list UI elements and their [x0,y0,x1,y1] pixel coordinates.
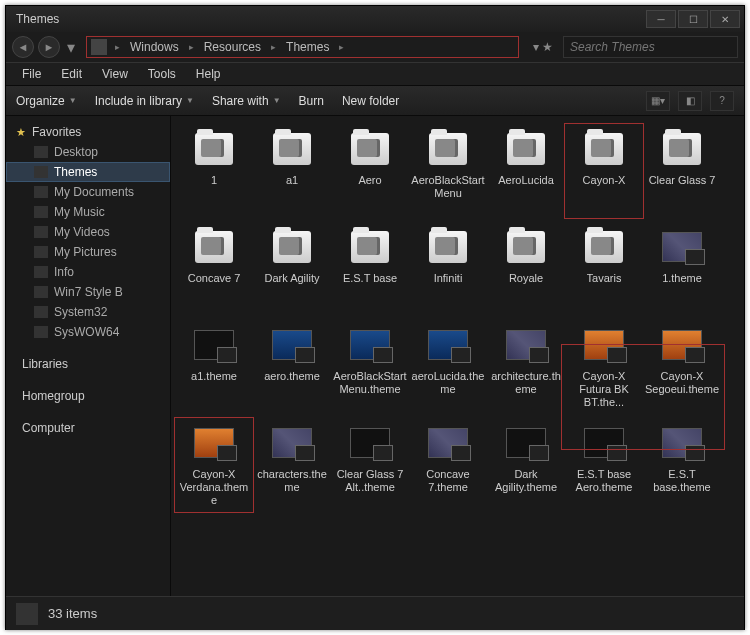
file-label: Dark Agility.theme [489,468,563,494]
sidebar-item-desktop[interactable]: Desktop [6,142,170,162]
file-item[interactable]: E.S.T base [331,222,409,316]
include-library-button[interactable]: Include in library▼ [95,94,194,108]
sidebar-favorites[interactable]: ★Favorites [6,122,170,142]
file-item[interactable]: Tavaris [565,222,643,316]
crumb-windows[interactable]: Windows [124,40,185,54]
file-label: Cayon-X Verdana.theme [177,468,251,507]
sidebar-item-pictures[interactable]: My Pictures [6,242,170,262]
folder-icon [34,186,48,198]
file-item[interactable]: a1 [253,124,331,218]
sidebar-item-themes[interactable]: Themes [6,162,170,182]
file-item[interactable]: AeroBlackStartMenu [409,124,487,218]
file-label: E.S.T base [343,272,397,285]
crumb-resources[interactable]: Resources [198,40,267,54]
file-label: 1 [211,174,217,187]
sidebar-item-syswow64[interactable]: SysWOW64 [6,322,170,342]
file-item[interactable]: Clear Glass 7 [643,124,721,218]
history-dropdown[interactable]: ▾ [64,37,78,57]
back-button[interactable]: ◄ [12,36,34,58]
organize-button[interactable]: Organize▼ [16,94,77,108]
sidebar-libraries[interactable]: Libraries [6,354,170,374]
file-label: Cayon-X Segoeui.theme [645,370,719,396]
share-button[interactable]: Share with▼ [212,94,281,108]
file-item[interactable]: architecture.theme [487,320,565,414]
file-item[interactable]: 1.theme [643,222,721,316]
close-button[interactable]: ✕ [710,10,740,28]
theme-file-icon [271,324,313,366]
theme-file-icon [661,226,703,268]
menu-help[interactable]: Help [186,67,231,81]
maximize-button[interactable]: ☐ [678,10,708,28]
file-item[interactable]: E.S.T base.theme [643,418,721,512]
file-item[interactable]: Dark Agility [253,222,331,316]
file-item[interactable]: AeroBlackStartMenu.theme [331,320,409,414]
sidebar-item-documents[interactable]: My Documents [6,182,170,202]
menu-view[interactable]: View [92,67,138,81]
file-item[interactable]: Royale [487,222,565,316]
file-item[interactable]: aeroLucida.theme [409,320,487,414]
folder-icon [34,306,48,318]
new-folder-button[interactable]: New folder [342,94,399,108]
refresh-dropdown[interactable]: ▾ ★ [527,40,559,54]
file-label: architecture.theme [489,370,563,396]
sidebar-computer[interactable]: Computer [6,418,170,438]
file-item[interactable]: Cayon-X [565,124,643,218]
file-item[interactable]: AeroLucida [487,124,565,218]
file-item[interactable]: Cayon-X Futura BK BT.the... [565,320,643,414]
file-label: a1.theme [191,370,237,383]
file-label: Clear Glass 7 Alt..theme [333,468,407,494]
file-item[interactable]: Aero [331,124,409,218]
sidebar-item-info[interactable]: Info [6,262,170,282]
theme-file-icon [505,324,547,366]
search-input[interactable] [563,36,738,58]
chevron-right-icon[interactable]: ▸ [111,42,124,52]
theme-file-icon [349,324,391,366]
file-item[interactable]: Infiniti [409,222,487,316]
sidebar-item-music[interactable]: My Music [6,202,170,222]
sidebar-item-win7style[interactable]: Win7 Style B [6,282,170,302]
file-item[interactable]: E.S.T base Aero.theme [565,418,643,512]
forward-button[interactable]: ► [38,36,60,58]
file-grid[interactable]: 1a1AeroAeroBlackStartMenuAeroLucidaCayon… [171,116,744,596]
burn-button[interactable]: Burn [299,94,324,108]
file-item[interactable]: Concave 7 [175,222,253,316]
file-item[interactable]: a1.theme [175,320,253,414]
sidebar-item-system32[interactable]: System32 [6,302,170,322]
file-item[interactable]: Dark Agility.theme [487,418,565,512]
file-label: Cayon-X [583,174,626,187]
chevron-right-icon[interactable]: ▸ [267,42,280,52]
view-options-button[interactable]: ▦▾ [646,91,670,111]
help-button[interactable]: ? [710,91,734,111]
file-label: AeroBlackStartMenu [411,174,485,200]
menu-file[interactable]: File [12,67,51,81]
file-item[interactable]: characters.theme [253,418,331,512]
theme-file-icon [583,422,625,464]
explorer-window: Themes ─ ☐ ✕ ◄ ► ▾ ▸ Windows ▸ Resources… [5,5,745,630]
preview-pane-button[interactable]: ◧ [678,91,702,111]
sidebar-homegroup[interactable]: Homegroup [6,386,170,406]
folder-icon [193,226,235,268]
file-item[interactable]: aero.theme [253,320,331,414]
chevron-right-icon[interactable]: ▸ [335,42,348,52]
window-controls: ─ ☐ ✕ [646,10,740,28]
file-label: E.S.T base.theme [645,468,719,494]
folder-icon [505,128,547,170]
folder-icon [34,266,48,278]
menu-tools[interactable]: Tools [138,67,186,81]
file-item[interactable]: 1 [175,124,253,218]
file-item[interactable]: Concave 7.theme [409,418,487,512]
menu-edit[interactable]: Edit [51,67,92,81]
sidebar-item-videos[interactable]: My Videos [6,222,170,242]
theme-file-icon [505,422,547,464]
file-label: characters.theme [255,468,329,494]
minimize-button[interactable]: ─ [646,10,676,28]
breadcrumb[interactable]: ▸ Windows ▸ Resources ▸ Themes ▸ [86,36,519,58]
titlebar[interactable]: Themes ─ ☐ ✕ [6,6,744,32]
folder-icon [505,226,547,268]
crumb-themes[interactable]: Themes [280,40,335,54]
file-item[interactable]: Cayon-X Segoeui.theme [643,320,721,414]
file-item[interactable]: Clear Glass 7 Alt..theme [331,418,409,512]
nav-bar: ◄ ► ▾ ▸ Windows ▸ Resources ▸ Themes ▸ ▾… [6,32,744,62]
file-item[interactable]: Cayon-X Verdana.theme [175,418,253,512]
chevron-right-icon[interactable]: ▸ [185,42,198,52]
